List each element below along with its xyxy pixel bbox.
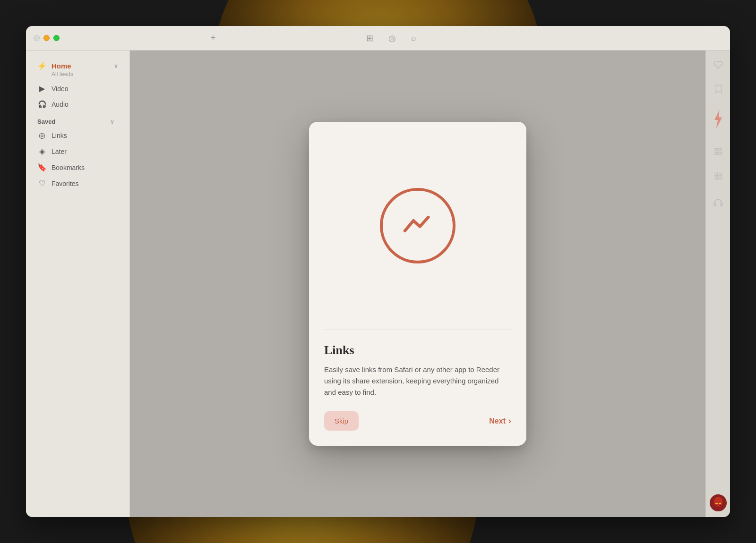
modal-title: Links — [324, 343, 511, 357]
sidebar: ⚡ Home ∨ All feeds ▶ Video 🎧 Audio Saved… — [26, 51, 130, 517]
saved-chevron: ∨ — [110, 119, 118, 125]
grid-icon-1[interactable] — [710, 143, 727, 160]
svg-rect-1 — [719, 148, 721, 151]
app-window: + ⊞ ◎ ⌕ ⚡ Home ∨ All feeds ▶ Video — [26, 26, 730, 517]
heart-icon[interactable] — [710, 56, 727, 73]
maximize-button[interactable] — [53, 35, 60, 41]
layout-icon[interactable]: ⊞ — [366, 33, 373, 43]
links-icon: ◎ — [37, 131, 47, 140]
svg-point-11 — [714, 497, 722, 507]
home-label: Home — [52, 62, 71, 70]
later-label: Later — [52, 148, 118, 155]
svg-rect-5 — [719, 173, 721, 175]
help-icon[interactable]: ◎ — [388, 33, 396, 43]
grid-icon-2[interactable] — [710, 168, 727, 185]
svg-rect-8 — [714, 204, 716, 206]
sidebar-item-links[interactable]: ◎ Links — [30, 127, 126, 143]
audio-label: Audio — [52, 101, 118, 108]
sidebar-item-video[interactable]: ▶ Video — [30, 81, 126, 96]
svg-rect-2 — [715, 153, 717, 155]
messenger-svg — [396, 204, 439, 247]
right-panel — [705, 51, 730, 517]
svg-rect-0 — [715, 148, 717, 151]
home-top: ⚡ Home ∨ — [37, 61, 118, 70]
svg-rect-12 — [715, 503, 718, 504]
modal-description: Easily save links from Safari or any oth… — [324, 364, 511, 398]
svg-rect-4 — [715, 173, 717, 175]
home-chevron: ∨ — [114, 63, 118, 69]
traffic-lights — [34, 35, 60, 41]
search-icon[interactable]: ⌕ — [411, 33, 416, 43]
sidebar-item-bookmarks[interactable]: 🔖 Bookmarks — [30, 160, 126, 175]
modal-actions: Skip Next › — [324, 411, 511, 431]
modal-illustration — [309, 122, 526, 330]
add-tab-button[interactable]: + — [210, 33, 216, 43]
svg-rect-13 — [719, 503, 721, 504]
content-area: ⚡ Home ∨ All feeds ▶ Video 🎧 Audio Saved… — [26, 51, 730, 517]
home-icon: ⚡ — [37, 61, 47, 70]
close-button[interactable] — [34, 35, 40, 41]
messenger-bolt — [396, 204, 439, 247]
home-sublabel: All feeds — [37, 71, 118, 77]
next-chevron: › — [508, 416, 511, 426]
later-icon: ◈ — [37, 147, 47, 156]
links-label: Links — [52, 132, 118, 139]
bookmark-icon-1[interactable] — [710, 81, 727, 98]
bookmarks-icon: 🔖 — [37, 163, 47, 172]
lightning-decoration — [711, 109, 725, 132]
sidebar-item-favorites[interactable]: ♡ Favorites — [30, 176, 126, 191]
svg-rect-3 — [719, 153, 721, 155]
minimize-button[interactable] — [43, 35, 50, 41]
video-icon: ▶ — [37, 84, 47, 93]
messenger-icon-circle — [380, 188, 455, 263]
user-avatar[interactable] — [710, 494, 727, 511]
titlebar: + ⊞ ◎ ⌕ — [26, 26, 730, 51]
saved-label: Saved — [37, 118, 55, 125]
favorites-label: Favorites — [52, 180, 118, 187]
svg-rect-9 — [720, 204, 722, 206]
modal-card: Links Easily save links from Safari or a… — [309, 122, 526, 446]
main-panel: Links Easily save links from Safari or a… — [130, 51, 705, 517]
titlebar-center: ⊞ ◎ ⌕ — [60, 33, 722, 43]
next-button[interactable]: Next › — [489, 416, 511, 426]
sidebar-item-home[interactable]: ⚡ Home ∨ All feeds — [30, 59, 126, 80]
favorites-icon: ♡ — [37, 179, 47, 188]
sidebar-item-later[interactable]: ◈ Later — [30, 144, 126, 159]
avatar-container[interactable] — [710, 494, 727, 511]
modal-overlay: Links Easily save links from Safari or a… — [130, 51, 705, 517]
video-label: Video — [52, 85, 118, 93]
modal-content: Links Easily save links from Safari or a… — [309, 330, 526, 446]
svg-rect-6 — [715, 177, 717, 179]
svg-rect-7 — [719, 177, 721, 179]
saved-section-header[interactable]: Saved ∨ — [26, 112, 129, 127]
bookmarks-label: Bookmarks — [52, 164, 118, 171]
sidebar-item-audio[interactable]: 🎧 Audio — [30, 97, 126, 112]
headphones-icon[interactable] — [710, 194, 727, 211]
skip-button[interactable]: Skip — [324, 411, 359, 431]
next-label: Next — [489, 417, 506, 425]
audio-icon: 🎧 — [37, 100, 47, 109]
